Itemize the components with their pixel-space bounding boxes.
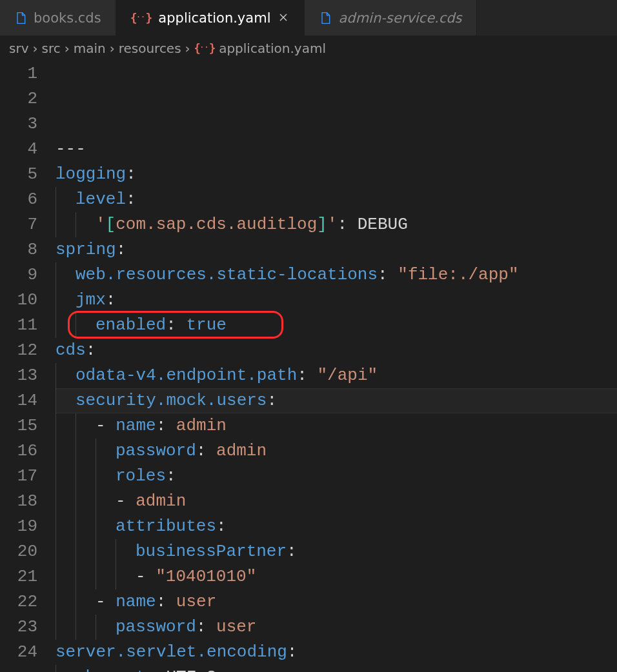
token-key: charset [76, 665, 146, 672]
token-key: businessPartner [136, 539, 287, 564]
line-number: 6 [0, 187, 37, 212]
yaml-icon: ·· [194, 42, 216, 55]
token-key: enabled [96, 313, 166, 338]
token-key: password [116, 615, 196, 640]
token-str: admin [176, 413, 227, 439]
line-number: 13 [0, 363, 37, 388]
line-number: 9 [0, 262, 37, 288]
code-line[interactable]: web.resources.static-locations: "file:./… [56, 262, 617, 288]
token-str: "file:./app" [398, 262, 518, 288]
token-key: web.resources.static-locations [76, 262, 378, 288]
token-quote: ' [96, 212, 106, 237]
tab-admin-service[interactable]: admin-service.cds [305, 0, 476, 35]
code-line[interactable]: logging: [56, 162, 617, 187]
code-line[interactable]: cds: [56, 338, 617, 363]
token-punc: : [126, 187, 136, 212]
line-number: 14 [0, 388, 37, 413]
code-line[interactable]: charset: UTF-8 [56, 665, 617, 672]
token-punc: - [96, 589, 116, 615]
token-str: admin [136, 489, 186, 514]
code-line[interactable]: spring: [56, 237, 617, 262]
file-icon [14, 10, 27, 26]
token-plain: DEBUG [358, 212, 408, 237]
token-key: password [116, 439, 196, 464]
token-key: odata-v4.endpoint.path [76, 363, 297, 388]
code-line[interactable]: security.mock.users: [56, 388, 617, 413]
line-number: 2 [0, 86, 37, 112]
close-icon[interactable] [277, 10, 290, 26]
code-editor[interactable]: 123456789101112131415161718192021222324 … [0, 61, 617, 672]
token-punc: : [267, 388, 277, 413]
chevron-right-icon: › [65, 41, 70, 56]
line-number: 7 [0, 212, 37, 237]
token-punc: - [116, 489, 136, 514]
code-line[interactable]: server.servlet.encoding: [56, 640, 617, 665]
token-punc: - [136, 564, 156, 589]
token-punc: --- [56, 137, 86, 162]
code-line[interactable]: password: user [56, 615, 617, 640]
tab-bar: books.cds ·· application.yaml admin-serv… [0, 0, 617, 35]
code-line[interactable]: level: [56, 187, 617, 212]
token-plain: UTF-8 [166, 665, 216, 672]
line-number: 24 [0, 640, 37, 665]
line-number: 15 [0, 413, 37, 439]
line-number: 17 [0, 464, 37, 489]
code-line[interactable]: businessPartner: [56, 539, 617, 564]
token-key: server.servlet.encoding [56, 640, 287, 665]
line-number: 12 [0, 338, 37, 363]
line-number: 21 [0, 564, 37, 589]
line-number: 18 [0, 489, 37, 514]
line-number: 3 [0, 112, 37, 137]
token-key: attributes [116, 514, 216, 539]
breadcrumb-file[interactable]: application.yaml [219, 41, 326, 56]
token-true: true [186, 313, 226, 338]
chevron-right-icon: › [110, 41, 115, 56]
code-line[interactable]: - name: user [56, 589, 617, 615]
token-brkt: [ [106, 212, 116, 237]
token-punc: : [86, 338, 96, 363]
token-punc: : [156, 413, 176, 439]
token-punc: : [126, 162, 136, 187]
chevron-right-icon: › [32, 41, 37, 56]
token-punc: : [166, 464, 176, 489]
code-line[interactable]: - admin [56, 489, 617, 514]
breadcrumb: srv › src › main › resources › ·· applic… [0, 35, 617, 61]
yaml-icon: ·· [130, 11, 152, 25]
line-number: 1 [0, 61, 37, 86]
token-key: name [116, 589, 156, 615]
token-quote: ' [327, 212, 338, 237]
chevron-right-icon: › [185, 41, 190, 56]
code-line[interactable]: --- [56, 137, 617, 162]
code-area[interactable]: ---logging:level:'[com.sap.cds.auditlog]… [56, 61, 617, 672]
token-str: "/api" [317, 363, 378, 388]
code-line[interactable]: password: admin [56, 439, 617, 464]
token-punc: - [96, 413, 116, 439]
breadcrumb-part[interactable]: src [41, 41, 60, 56]
token-key: spring [56, 237, 116, 262]
tab-books[interactable]: books.cds [0, 0, 116, 35]
code-line[interactable]: '[com.sap.cds.auditlog]': DEBUG [56, 212, 617, 237]
token-punc: : [338, 212, 358, 237]
line-number: 22 [0, 589, 37, 615]
line-number: 16 [0, 439, 37, 464]
breadcrumb-part[interactable]: srv [9, 41, 28, 56]
code-line[interactable]: - "10401010" [56, 564, 617, 589]
breadcrumb-part[interactable]: main [74, 41, 106, 56]
code-line[interactable]: odata-v4.endpoint.path: "/api" [56, 363, 617, 388]
code-line[interactable]: - name: admin [56, 413, 617, 439]
file-icon [319, 10, 332, 26]
line-number: 11 [0, 313, 37, 338]
token-str: com.sap.cds.auditlog [116, 212, 317, 237]
code-line[interactable]: jmx: [56, 288, 617, 313]
code-line[interactable]: attributes: [56, 514, 617, 539]
tab-application-yaml[interactable]: ·· application.yaml [116, 0, 305, 35]
token-key: jmx [76, 288, 106, 313]
breadcrumb-part[interactable]: resources [119, 41, 181, 56]
token-key: roles [116, 464, 166, 489]
code-line[interactable]: enabled: true [56, 313, 617, 338]
code-line[interactable]: roles: [56, 464, 617, 489]
tab-label: books.cds [34, 10, 101, 26]
token-punc: : [106, 288, 116, 313]
token-brkt: ] [317, 212, 327, 237]
token-key: level [76, 187, 126, 212]
